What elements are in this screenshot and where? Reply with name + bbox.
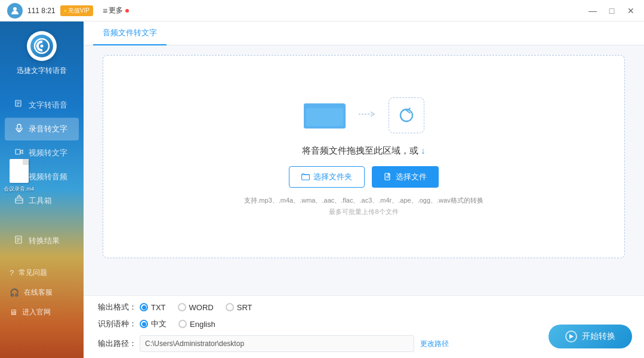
sidebar: 迅捷文字转语音 文字转语音	[0, 22, 84, 358]
output-label: 输出路径：	[98, 338, 140, 349]
svg-rect-24	[302, 175, 310, 180]
folder-svg-icon	[304, 97, 347, 130]
vip-badge[interactable]: ♦ 充值VIP	[60, 5, 93, 16]
format-word-label: WORD	[189, 303, 214, 312]
sidebar-item-service[interactable]: 🎧 在线客服	[0, 283, 84, 302]
convert-icon-wrap	[389, 97, 424, 133]
right-panel: 音频文件转文字	[84, 22, 644, 358]
title-info: 111 8:21	[27, 7, 56, 15]
more-label: 更多	[109, 5, 123, 16]
results-icon	[14, 235, 24, 246]
svg-point-0	[13, 7, 17, 11]
sidebar-label-website: 进入官网	[22, 307, 51, 317]
svg-point-2	[41, 45, 44, 48]
file-icon-shape	[10, 159, 29, 183]
lang-chinese-label: 中文	[151, 319, 167, 329]
upload-icons	[304, 97, 424, 133]
maximize-button[interactable]: □	[603, 5, 620, 17]
limit-text: 最多可批量上传8个文件	[329, 207, 398, 216]
tab-audio-to-text[interactable]: 音频文件转文字	[93, 22, 167, 45]
sidebar-label-video-to-audio: 视频转音频	[29, 172, 67, 182]
titlebar: 111 8:21 ♦ 充值VIP ≡ 更多 — □ ✕	[0, 0, 644, 22]
text-to-speech-icon	[14, 100, 24, 110]
start-convert-button[interactable]: 开始转换	[549, 325, 632, 348]
minimize-button[interactable]: —	[584, 5, 601, 17]
lang-chinese[interactable]: 中文	[140, 319, 167, 329]
desktop-file-icon: 会议录音.m4 a	[4, 159, 34, 199]
logo-inner	[30, 35, 53, 57]
upload-hint: 将音频文件拖拽至此区域，或 ↓	[302, 145, 426, 157]
sidebar-item-text-to-speech[interactable]: 文字转语音	[5, 94, 79, 117]
change-path-button[interactable]: 更改路径	[420, 339, 449, 349]
folder-icon-wrap	[304, 97, 347, 133]
format-row: 输出格式： TXT WORD SRT	[98, 302, 630, 313]
folder-btn-icon	[301, 173, 310, 181]
svg-rect-12	[16, 198, 23, 203]
upload-hint-text: 将音频文件拖拽至此区域，或	[302, 145, 418, 155]
format-srt-radio[interactable]	[226, 303, 234, 311]
format-txt[interactable]: TXT	[140, 303, 166, 312]
user-avatar	[7, 3, 23, 19]
language-row: 识别语种： 中文 English	[98, 319, 630, 329]
folder-btn-label: 选择文件夹	[313, 172, 352, 182]
faq-icon: ?	[10, 268, 14, 277]
titlebar-controls: — □ ✕	[584, 5, 639, 17]
file-btn-label: 选择文件	[396, 172, 427, 182]
user-info-text: 111 8:21	[27, 7, 56, 15]
svg-rect-10	[16, 149, 20, 154]
sidebar-label-text-to-speech: 文字转语音	[29, 100, 67, 111]
svg-rect-7	[17, 124, 21, 129]
file-icon-label: 会议录音.m4 a	[4, 185, 34, 199]
format-word[interactable]: WORD	[178, 303, 214, 312]
sidebar-label-results: 转换结果	[29, 235, 60, 246]
sidebar-item-website[interactable]: 🖥 进入官网	[0, 302, 84, 322]
vip-label: 充值VIP	[68, 7, 90, 15]
sidebar-item-results[interactable]: 转换结果	[5, 230, 79, 252]
formats-text: 支持.mp3、.m4a、.wma、.aac、.flac、.ac3、.m4r、.a…	[244, 196, 483, 205]
format-label: 输出格式：	[98, 302, 140, 313]
tab-bar: 音频文件转文字	[84, 22, 644, 45]
upload-area[interactable]: 将音频文件拖拽至此区域，或 ↓ 选择文件夹	[103, 55, 625, 258]
select-folder-button[interactable]: 选择文件夹	[289, 166, 365, 188]
format-radio-group: TXT WORD SRT	[140, 303, 252, 312]
more-button[interactable]: ≡ 更多	[103, 5, 129, 16]
lang-english[interactable]: English	[178, 320, 215, 329]
output-path-text: C:\Users\Administrator\desktop	[145, 339, 244, 348]
start-btn-label: 开始转换	[582, 331, 615, 342]
record-to-text-icon	[14, 124, 24, 134]
lang-chinese-radio[interactable]	[140, 320, 148, 328]
lang-label: 识别语种：	[98, 319, 140, 329]
sidebar-label-faq: 常见问题	[19, 268, 47, 278]
lang-english-label: English	[190, 320, 215, 329]
upload-buttons: 选择文件夹 选择文件	[289, 166, 439, 188]
format-txt-radio[interactable]	[140, 303, 148, 311]
select-file-button[interactable]: 选择文件	[372, 166, 439, 188]
sidebar-label-record-to-text: 录音转文字	[29, 124, 67, 134]
sidebar-item-faq[interactable]: ? 常见问题	[0, 263, 84, 283]
format-srt[interactable]: SRT	[226, 303, 252, 312]
settings-area: 输出格式： TXT WORD SRT	[84, 295, 644, 358]
main-layout: 迅捷文字转语音 文字转语音	[0, 22, 644, 358]
format-txt-label: TXT	[151, 303, 166, 312]
svg-rect-22	[306, 108, 343, 126]
sidebar-label-video-to-text: 视频转文字	[29, 148, 67, 158]
download-arrow-icon: ↓	[421, 145, 426, 155]
sidebar-item-record-to-text[interactable]: 录音转文字	[5, 118, 79, 140]
lang-english-radio[interactable]	[178, 320, 187, 328]
lang-radio-group: 中文 English	[140, 319, 215, 329]
app-name: 迅捷文字转语音	[17, 66, 67, 76]
output-path-box: C:\Users\Administrator\desktop	[140, 335, 414, 352]
arrow-right-icon	[359, 108, 377, 122]
play-icon	[568, 333, 575, 340]
app-logo	[27, 31, 57, 61]
close-button[interactable]: ✕	[623, 5, 639, 17]
service-icon: 🎧	[10, 288, 19, 297]
file-btn-icon	[384, 173, 392, 181]
titlebar-left: 111 8:21 ♦ 充值VIP ≡ 更多	[0, 0, 129, 21]
sidebar-label-service: 在线客服	[24, 287, 53, 298]
video-to-text-icon	[14, 148, 24, 158]
refresh-icon	[398, 107, 415, 124]
sidebar-bottom: ? 常见问题 🎧 在线客服 🖥 进入官网	[0, 263, 84, 322]
start-btn-icon	[565, 331, 577, 342]
format-word-radio[interactable]	[178, 303, 186, 311]
